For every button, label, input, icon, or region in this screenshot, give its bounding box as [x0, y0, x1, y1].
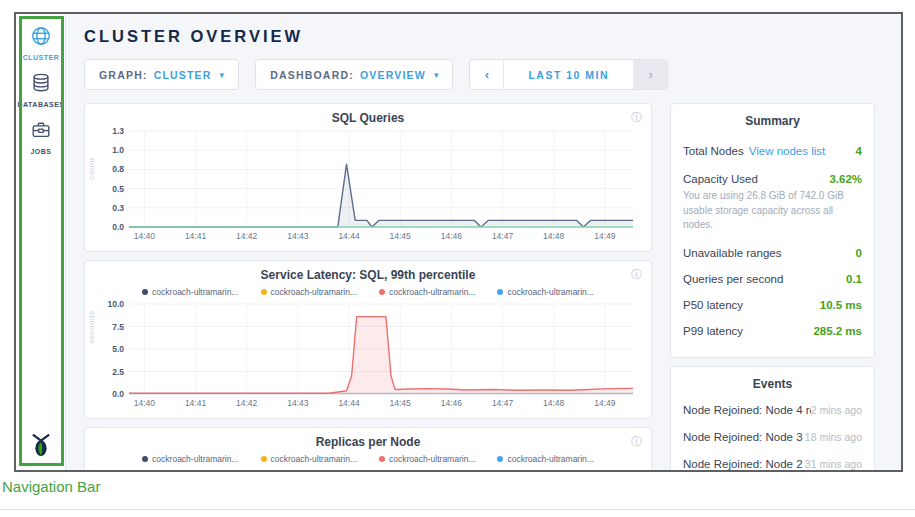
graph-dropdown-value: CLUSTER — [154, 69, 212, 81]
event-row[interactable]: Node Rejoined: Node 4 rej... 2 mins ago — [683, 404, 862, 416]
chart-plot-area: seconds 14:4014:4114:4214:4314:4414:4514… — [93, 298, 643, 414]
briefcase-icon — [30, 119, 52, 145]
controls-row: GRAPH: CLUSTER ▾ DASHBOARD: OVERVIEW ▾ ‹… — [84, 59, 901, 90]
chevron-down-icon: ▾ — [220, 70, 225, 80]
annotation-label: Navigation Bar — [2, 478, 100, 495]
legend-item: cockroach-ultramarin... — [379, 285, 475, 298]
svg-text:14:43: 14:43 — [287, 231, 309, 241]
summary-label: Unavailable ranges — [683, 247, 781, 259]
time-range-picker: ‹ LAST 10 MIN › — [469, 59, 668, 90]
database-icon — [30, 72, 52, 98]
legend-label: cockroach-ultramarin... — [152, 454, 238, 464]
svg-text:14:41: 14:41 — [185, 231, 207, 241]
graph-dropdown[interactable]: GRAPH: CLUSTER ▾ — [84, 59, 239, 90]
svg-text:0.5: 0.5 — [112, 184, 124, 194]
summary-title: Summary — [683, 114, 862, 128]
svg-text:0.0: 0.0 — [112, 222, 124, 232]
legend-dot — [379, 289, 385, 295]
chart-plot-area: count 14:4014:4114:4214:4314:4414:4514:4… — [93, 125, 643, 247]
summary-row-total-nodes: Total NodesView nodes list 4 — [683, 141, 862, 159]
dashboard-dropdown-value: OVERVIEW — [360, 69, 426, 81]
svg-text:10.0: 10.0 — [107, 299, 124, 309]
legend-item: cockroach-ultramarin... — [497, 452, 593, 465]
legend-label: cockroach-ultramarin... — [507, 454, 593, 464]
event-row[interactable]: Node Rejoined: Node 3 rej... 18 mins ago — [683, 431, 862, 443]
time-prev-button[interactable]: ‹ — [470, 60, 504, 89]
summary-row-queries-per-second: Queries per second 0.1 — [683, 273, 862, 285]
svg-text:2.5: 2.5 — [112, 367, 124, 377]
chevron-down-icon: ▾ — [434, 70, 439, 80]
y-axis-unit-label: seconds — [87, 311, 96, 344]
event-time: 18 mins ago — [805, 431, 862, 443]
chart-legend: cockroach-ultramarin... cockroach-ultram… — [93, 285, 643, 298]
info-icon[interactable]: ⓘ — [631, 434, 642, 449]
summary-label: Capacity Used — [683, 173, 758, 185]
legend-dot — [379, 456, 385, 462]
dashboard-dropdown-label: DASHBOARD: — [270, 69, 354, 81]
sidebar-item-cluster[interactable]: CLUSTER — [16, 14, 66, 61]
event-message: Node Rejoined: Node 2 rej... — [683, 458, 805, 470]
bottom-divider — [0, 509, 915, 510]
admin-ui-window: CLUSTER DATABASES JOBS — [14, 12, 903, 472]
legend-item: cockroach-ultramarin... — [261, 452, 357, 465]
legend-dot — [261, 456, 267, 462]
replicas-per-node-chart-card: Replicas per Node ⓘ cockroach-ultramarin… — [84, 427, 652, 472]
svg-text:0.3: 0.3 — [112, 203, 124, 213]
legend-dot — [497, 456, 503, 462]
event-time: 2 mins ago — [811, 404, 862, 416]
svg-text:14:45: 14:45 — [390, 231, 412, 241]
service-latency-chart-card: Service Latency: SQL, 99th percentile ⓘ … — [84, 260, 652, 419]
event-row[interactable]: Node Rejoined: Node 2 rej... 31 mins ago — [683, 458, 862, 470]
page-title: CLUSTER OVERVIEW — [84, 27, 901, 46]
main-content: CLUSTER OVERVIEW GRAPH: CLUSTER ▾ DASHBO… — [66, 14, 901, 470]
legend-dot — [142, 289, 148, 295]
summary-row-unavailable-ranges: Unavailable ranges 0 — [683, 247, 862, 259]
event-message: Node Rejoined: Node 4 rej... — [683, 404, 811, 416]
summary-label: Queries per second — [683, 273, 783, 285]
summary-row-capacity-used: Capacity Used 3.62% — [683, 173, 862, 185]
screenshot-stage: CLUSTER DATABASES JOBS — [0, 0, 915, 517]
sql-queries-chart-card: SQL Queries ⓘ count 14:4014:4114:4214:43… — [84, 103, 652, 252]
legend-item: cockroach-ultramarin... — [142, 285, 238, 298]
svg-text:0.0: 0.0 — [112, 389, 124, 399]
svg-text:14:49: 14:49 — [594, 398, 616, 408]
legend-label: cockroach-ultramarin... — [389, 287, 475, 297]
sidebar-item-label: JOBS — [16, 148, 66, 155]
svg-text:14:42: 14:42 — [236, 231, 258, 241]
dashboard-dropdown[interactable]: DASHBOARD: OVERVIEW ▾ — [255, 59, 453, 90]
view-nodes-list-link[interactable]: View nodes list — [749, 145, 826, 157]
svg-text:14:48: 14:48 — [543, 231, 565, 241]
svg-text:14:40: 14:40 — [134, 398, 156, 408]
summary-value: 4 — [856, 145, 862, 157]
chart-title: SQL Queries — [93, 111, 643, 125]
sidebar-item-databases[interactable]: DATABASES — [16, 61, 66, 108]
svg-text:14:46: 14:46 — [441, 398, 463, 408]
summary-value: 10.5 ms — [820, 299, 862, 311]
right-column: Summary Total NodesView nodes list 4 Cap… — [670, 103, 875, 472]
svg-text:14:45: 14:45 — [390, 398, 412, 408]
svg-text:14:49: 14:49 — [594, 231, 616, 241]
legend-label: cockroach-ultramarin... — [389, 454, 475, 464]
legend-label: cockroach-ultramarin... — [507, 287, 593, 297]
svg-text:400: 400 — [110, 470, 124, 472]
events-title: Events — [683, 377, 862, 391]
info-icon[interactable]: ⓘ — [631, 110, 642, 125]
dashboard-content: SQL Queries ⓘ count 14:4014:4114:4214:43… — [84, 103, 901, 472]
legend-dot — [142, 456, 148, 462]
time-range-value[interactable]: LAST 10 MIN — [504, 60, 633, 89]
legend-item: cockroach-ultramarin... — [497, 285, 593, 298]
replicas-per-node-chart: 14:4014:4114:4214:4314:4414:4514:4614:47… — [93, 465, 641, 472]
summary-value: 285.2 ms — [813, 325, 862, 337]
navigation-bar: CLUSTER DATABASES JOBS — [16, 14, 66, 470]
svg-text:14:47: 14:47 — [492, 231, 514, 241]
legend-item: cockroach-ultramarin... — [379, 452, 475, 465]
charts-column: SQL Queries ⓘ count 14:4014:4114:4214:43… — [84, 103, 652, 472]
info-icon[interactable]: ⓘ — [631, 267, 642, 282]
chart-legend: cockroach-ultramarin... cockroach-ultram… — [93, 452, 643, 465]
globe-icon — [30, 25, 52, 51]
svg-text:7.5: 7.5 — [112, 322, 124, 332]
legend-label: cockroach-ultramarin... — [271, 287, 357, 297]
svg-text:14:44: 14:44 — [338, 398, 360, 408]
sidebar-item-label: DATABASES — [16, 101, 66, 108]
sidebar-item-jobs[interactable]: JOBS — [16, 108, 66, 155]
